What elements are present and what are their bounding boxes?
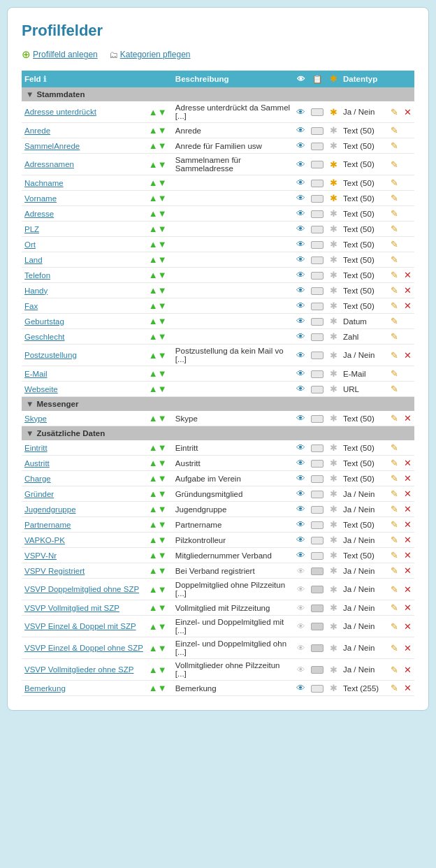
field-link[interactable]: E-Mail [24, 370, 48, 378]
eye-icon[interactable]: 👁 [296, 504, 305, 514]
arrow-down-icon[interactable]: ▼ [158, 270, 167, 280]
star-icon-inactive[interactable]: ✱ [330, 504, 337, 514]
arrow-down-icon[interactable]: ▼ [158, 442, 167, 453]
edit-cell[interactable]: ✎ [388, 268, 401, 283]
field-link[interactable]: Geschlecht [24, 333, 65, 341]
star-cell[interactable]: ✱ [326, 345, 340, 366]
rect-icon[interactable] [311, 195, 324, 203]
star-icon-inactive[interactable]: ✱ [330, 254, 337, 265]
rect-icon[interactable] [311, 127, 324, 135]
rect-icon[interactable] [311, 685, 324, 693]
arrow-down-icon[interactable]: ▼ [158, 565, 167, 576]
delete-icon[interactable]: ✕ [404, 350, 412, 361]
eye-icon[interactable]: 👁 [296, 208, 305, 219]
delete-icon[interactable]: ✕ [404, 665, 412, 675]
eye-icon[interactable]: 👁 [296, 535, 305, 545]
rect-cell[interactable] [308, 616, 326, 637]
delete-cell[interactable]: ✕ [401, 345, 414, 366]
eye-icon[interactable]: 👁 [296, 473, 305, 484]
rect-icon[interactable] [311, 552, 324, 560]
edit-cell[interactable]: ✎ [388, 175, 401, 191]
edit-cell[interactable]: ✎ [388, 533, 401, 548]
eye-cell[interactable]: 👁 [293, 175, 308, 191]
rect-cell[interactable] [308, 268, 326, 283]
edit-icon[interactable]: ✎ [391, 193, 398, 203]
star-icon-inactive[interactable]: ✱ [330, 270, 337, 280]
edit-cell[interactable]: ✎ [388, 600, 401, 616]
edit-cell[interactable]: ✎ [388, 579, 401, 600]
eye-icon-off[interactable]: 👁 [297, 585, 305, 593]
kategorien-pflegen-link[interactable]: Kategorien pflegen [120, 50, 191, 59]
star-cell[interactable]: ✱ [326, 681, 340, 696]
field-link[interactable]: Austritt [24, 459, 50, 468]
eye-cell[interactable]: 👁 [293, 329, 308, 345]
edit-icon[interactable]: ✎ [391, 473, 398, 484]
edit-icon[interactable]: ✎ [391, 178, 398, 188]
edit-icon[interactable]: ✎ [391, 565, 398, 576]
star-icon-inactive[interactable]: ✱ [330, 316, 337, 326]
delete-icon[interactable]: ✕ [404, 621, 412, 632]
eye-cell[interactable]: 👁 [293, 659, 308, 681]
arrow-up-icon[interactable]: ▲ [149, 316, 158, 326]
field-link[interactable]: Land [24, 256, 43, 264]
star-cell[interactable]: ✱ [326, 314, 340, 329]
arrow-up-icon[interactable]: ▲ [149, 535, 158, 545]
rect-cell[interactable] [308, 533, 326, 548]
rect-icon[interactable] [311, 506, 324, 514]
delete-cell[interactable]: ✕ [401, 548, 414, 563]
rect-icon[interactable] [311, 491, 324, 498]
eye-icon-off[interactable]: 👁 [297, 622, 305, 630]
edit-cell[interactable]: ✎ [388, 659, 401, 681]
rect-cell[interactable] [308, 252, 326, 268]
star-cell[interactable]: ✱ [326, 206, 340, 222]
eye-cell[interactable]: 👁 [293, 283, 308, 298]
rect-icon[interactable] [311, 226, 324, 233]
edit-icon[interactable]: ✎ [391, 683, 398, 693]
field-link[interactable]: Partnername [24, 521, 71, 529]
arrow-up-icon[interactable]: ▲ [149, 384, 158, 394]
delete-cell[interactable]: ✕ [401, 471, 414, 486]
rect-icon-off[interactable] [311, 623, 324, 630]
star-icon-inactive[interactable]: ✱ [330, 140, 337, 151]
edit-cell[interactable]: ✎ [388, 486, 401, 502]
delete-cell[interactable] [401, 138, 414, 154]
rect-cell[interactable] [308, 345, 326, 366]
delete-cell[interactable]: ✕ [401, 637, 414, 659]
eye-icon[interactable]: 👁 [296, 331, 305, 342]
star-icon-inactive[interactable]: ✱ [330, 565, 337, 576]
arrow-down-icon[interactable]: ▼ [158, 107, 167, 117]
arrow-down-icon[interactable]: ▼ [158, 350, 167, 361]
arrow-down-icon[interactable]: ▼ [158, 519, 167, 530]
delete-icon[interactable]: ✕ [404, 285, 412, 296]
star-cell[interactable]: ✱ [326, 382, 340, 397]
edit-cell[interactable]: ✎ [388, 366, 401, 382]
rect-icon[interactable] [311, 180, 324, 187]
eye-cell[interactable]: 👁 [293, 154, 308, 175]
field-link[interactable]: Jugendgruppe [24, 505, 76, 514]
field-link[interactable]: VSVP Vollmitglieder ohne SZP [24, 665, 133, 674]
eye-cell[interactable]: 👁 [293, 471, 308, 486]
arrow-down-icon[interactable]: ▼ [158, 125, 167, 136]
arrow-up-icon[interactable]: ▲ [149, 140, 158, 151]
star-cell[interactable]: ✱ [326, 616, 340, 637]
star-icon-inactive[interactable]: ✱ [330, 519, 337, 530]
field-link[interactable]: SammelAnrede [24, 142, 80, 150]
arrow-up-icon[interactable]: ▲ [149, 413, 158, 424]
eye-icon[interactable]: 👁 [296, 301, 305, 311]
eye-icon[interactable]: 👁 [296, 178, 305, 188]
eye-icon[interactable]: 👁 [296, 140, 305, 151]
arrow-up-icon[interactable]: ▲ [149, 224, 158, 234]
star-icon-inactive[interactable]: ✱ [330, 550, 337, 560]
delete-cell[interactable]: ✕ [401, 517, 414, 533]
field-link[interactable]: VSVP Einzel & Doppel ohne SZP [24, 644, 143, 652]
star-icon-inactive[interactable]: ✱ [330, 350, 337, 361]
star-icon-active[interactable]: ✱ [330, 107, 337, 117]
rect-icon[interactable] [311, 537, 324, 544]
eye-icon[interactable]: 👁 [296, 125, 305, 136]
arrow-up-icon[interactable]: ▲ [149, 193, 158, 203]
star-cell[interactable]: ✱ [326, 502, 340, 517]
edit-cell[interactable]: ✎ [388, 681, 401, 696]
edit-cell[interactable]: ✎ [388, 345, 401, 366]
rect-cell[interactable] [308, 411, 326, 426]
eye-icon[interactable]: 👁 [296, 683, 305, 693]
